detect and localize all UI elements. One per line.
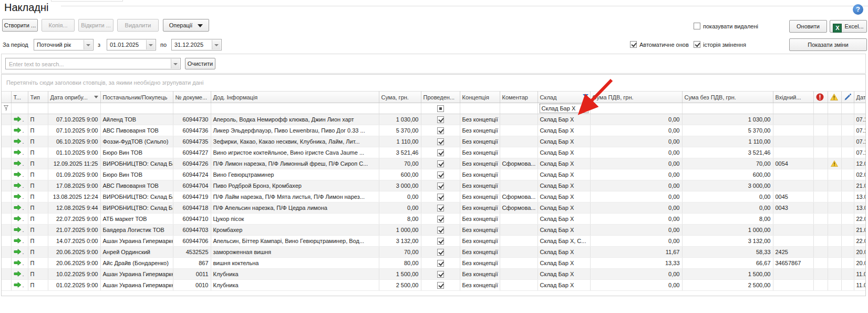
cell-posted[interactable]: [421, 191, 460, 203]
header-doc-number[interactable]: № докуме...: [173, 92, 211, 103]
filter-concept[interactable]: [460, 103, 500, 114]
posted-filter-checkbox[interactable]: [437, 105, 444, 112]
header-date-short[interactable]: Дат: [854, 92, 866, 103]
cell-posted[interactable]: [421, 203, 460, 214]
chevron-down-icon[interactable]: [146, 40, 155, 49]
posted-checkbox[interactable]: [437, 271, 444, 278]
filter-doc-number[interactable]: [173, 103, 211, 114]
posted-checkbox[interactable]: [437, 194, 444, 200]
row-selector[interactable]: [2, 236, 11, 247]
posted-checkbox[interactable]: [437, 138, 444, 145]
row-selector[interactable]: [2, 269, 11, 280]
help-icon[interactable]: ?: [853, 4, 863, 15]
invoice-row[interactable]: .П07.10.2025 9:00Айленд ТОВ60944730Аперо…: [2, 114, 866, 125]
row-selector[interactable]: [2, 169, 11, 180]
invoice-row[interactable]: .П17.08.2025 9:00АВС Пивоварня ТОВ609447…: [2, 180, 866, 191]
filter-incoming[interactable]: [773, 103, 813, 114]
row-selector[interactable]: [2, 225, 11, 236]
invoice-row[interactable]: .П01.09.2025 9:00Бюро Вин ТОВ60944724Вин…: [2, 169, 866, 180]
filter-sum[interactable]: [379, 103, 421, 114]
cell-posted[interactable]: [421, 269, 460, 280]
open-button[interactable]: Відкрити ...: [78, 19, 113, 32]
show-changes-button[interactable]: Показати зміни: [789, 38, 867, 51]
posted-checkbox[interactable]: [437, 116, 444, 123]
row-selector[interactable]: [2, 191, 11, 203]
date-to-combo[interactable]: 31.12.2025: [171, 39, 222, 51]
row-selector[interactable]: [2, 214, 11, 225]
row-selector[interactable]: [2, 247, 11, 258]
filter-date-short[interactable]: [854, 103, 866, 114]
cell-posted[interactable]: [421, 136, 460, 147]
header-edit-column[interactable]: [841, 92, 854, 103]
invoice-row[interactable]: .П01.02.2025 9:00Ашан Украина Гипермарке…: [2, 280, 866, 291]
auto-update-checkbox[interactable]: [630, 41, 637, 48]
copy-button[interactable]: Копія...: [42, 19, 75, 32]
invoice-row[interactable]: .П12.08.2025 9:44ВИРОБНИЦТВО: Склад Ба..…: [2, 203, 866, 214]
row-selector[interactable]: [2, 258, 11, 269]
header-type[interactable]: Тип: [28, 92, 48, 103]
header-error-column[interactable]: [813, 92, 828, 103]
header-comment[interactable]: Коментар: [500, 92, 538, 103]
header-vat-sum[interactable]: Сума ПДВ, грн.: [590, 92, 682, 103]
header-concept[interactable]: Концепція: [460, 92, 500, 103]
filter-sum-no-vat[interactable]: [682, 103, 773, 114]
posted-checkbox[interactable]: [437, 249, 444, 256]
posted-checkbox[interactable]: [437, 127, 444, 134]
cell-posted[interactable]: [421, 225, 460, 236]
cell-posted[interactable]: [421, 125, 460, 136]
clear-search-button[interactable]: Очистити: [185, 58, 215, 69]
header-incoming[interactable]: Вхідний...: [773, 92, 813, 103]
row-selector[interactable]: [2, 180, 11, 191]
header-warehouse[interactable]: Склад: [538, 92, 590, 103]
filter-type-icon[interactable]: [11, 103, 28, 114]
posted-checkbox[interactable]: [437, 171, 444, 178]
filter-supplier[interactable]: [100, 103, 173, 114]
operations-button[interactable]: Операції: [163, 19, 209, 32]
history-checkbox[interactable]: [694, 41, 700, 48]
header-type-icon[interactable]: Т...: [11, 92, 28, 103]
cell-posted[interactable]: [421, 147, 460, 158]
invoice-row[interactable]: .П14.07.2025 0:00Ашан Украина Гипермарке…: [2, 236, 866, 247]
invoice-row[interactable]: .П06.10.2025 9:00Фоззи-ФудТОВ (Сильпо)60…: [2, 136, 866, 147]
cell-posted[interactable]: [421, 247, 460, 258]
header-date[interactable]: Дата оприбу...: [48, 92, 100, 103]
chevron-down-icon[interactable]: [84, 40, 92, 49]
cell-posted[interactable]: [421, 158, 460, 169]
invoice-row[interactable]: .П22.07.2025 9:00АТБ маркет ТОВ60944710Ц…: [2, 214, 866, 225]
row-selector[interactable]: [2, 158, 11, 169]
filter-error[interactable]: [813, 103, 828, 114]
period-preset-combo[interactable]: Поточний рік: [34, 39, 94, 51]
cell-posted[interactable]: [421, 169, 460, 180]
delete-button[interactable]: Видалити: [117, 19, 159, 32]
row-selector[interactable]: [2, 136, 11, 147]
posted-checkbox[interactable]: [437, 216, 444, 223]
filter-vat-sum[interactable]: [590, 103, 682, 114]
search-input[interactable]: [8, 59, 170, 69]
chevron-down-icon[interactable]: [171, 59, 180, 68]
invoice-row[interactable]: .П10.02.2025 9:00Ашан Украина Гипермарке…: [2, 269, 866, 280]
filter-date[interactable]: [48, 103, 100, 114]
invoice-row[interactable]: .П20.06.2025 9:00Анрей Ординский4532525з…: [2, 247, 866, 258]
header-info[interactable]: Дод. Інформація: [211, 92, 379, 103]
invoice-row[interactable]: .П21.07.2025 9:00Баядера Логистик ТОВ609…: [2, 225, 866, 236]
invoice-row[interactable]: .П01.10.2025 9:00Бюро Вин ТОВ60944727Вин…: [2, 147, 866, 158]
filter-info[interactable]: [211, 103, 379, 114]
cell-posted[interactable]: [421, 236, 460, 247]
refresh-button[interactable]: Оновити: [789, 20, 827, 33]
row-selector[interactable]: [2, 114, 11, 125]
filter-funnel-icon[interactable]: [583, 94, 588, 99]
filter-warehouse[interactable]: Склад Бар X: [538, 103, 590, 114]
posted-checkbox[interactable]: [437, 238, 444, 245]
filter-warning[interactable]: [828, 103, 841, 114]
cell-posted[interactable]: [421, 214, 460, 225]
create-button[interactable]: Створити ...: [2, 19, 38, 32]
row-selector[interactable]: [2, 280, 11, 291]
posted-checkbox[interactable]: [437, 282, 444, 289]
row-selector[interactable]: [2, 125, 11, 136]
header-sum-no-vat[interactable]: Сума без ПДВ, грн.: [682, 92, 773, 103]
posted-checkbox[interactable]: [437, 227, 444, 234]
invoice-row[interactable]: .П12.09.2025 11:25ВИРОБНИЦТВО: Склад Ба.…: [2, 158, 866, 169]
posted-checkbox[interactable]: [437, 149, 444, 156]
warehouse-filter-editor[interactable]: Склад Бар X: [540, 104, 588, 113]
filter-edit[interactable]: [841, 103, 854, 114]
